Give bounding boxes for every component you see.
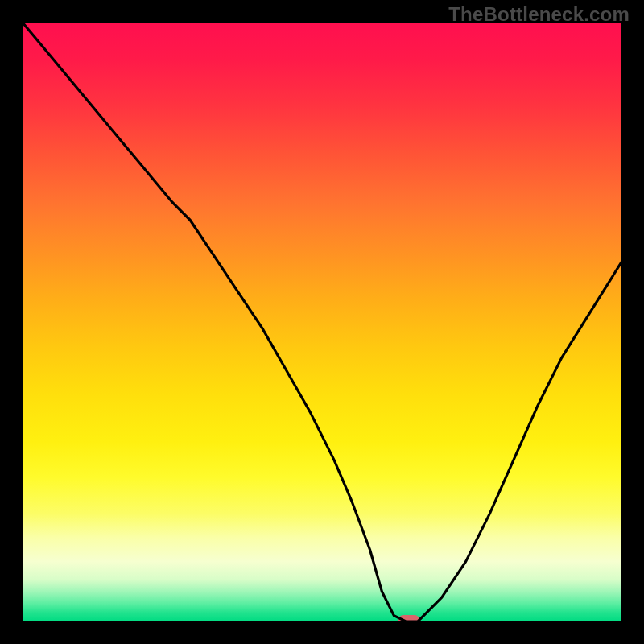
bottleneck-curve [23, 23, 621, 621]
chart-frame: TheBottleneck.com [0, 0, 644, 644]
plot-area [23, 23, 621, 621]
watermark-text: TheBottleneck.com [448, 3, 630, 26]
